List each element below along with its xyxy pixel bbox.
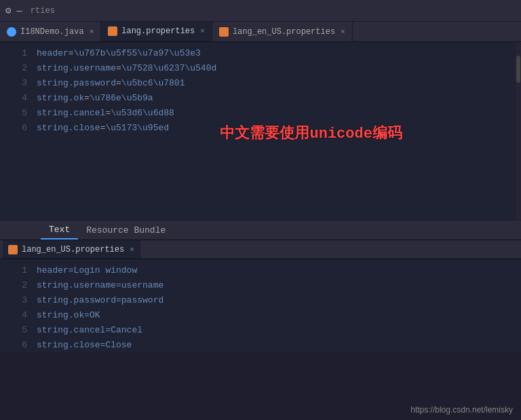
line-number: 3 bbox=[0, 76, 27, 91]
line-number: 5 bbox=[0, 106, 27, 121]
line-number: 2 bbox=[0, 61, 27, 76]
top-bar: ⚙ — rties bbox=[0, 0, 521, 22]
code-eq: = bbox=[69, 48, 74, 58]
line-number: 2 bbox=[0, 278, 27, 293]
code-eq: = bbox=[116, 78, 121, 88]
code-line-en: string.close=Close bbox=[37, 338, 521, 353]
top-editor: 123456 header=\u767b\u5f55\u7a97\u53e3st… bbox=[0, 42, 521, 220]
code-val: \u786e\u5b9a bbox=[90, 93, 153, 103]
code-line: string.ok=\u786e\u5b9a bbox=[37, 91, 516, 106]
inner-tab-label: lang_en_US.properties bbox=[22, 245, 124, 254]
tab-java[interactable]: I18NDemo.java × bbox=[0, 22, 101, 41]
watermark: https://blog.csdn.net/lemisky bbox=[410, 405, 513, 415]
tab-lang-close[interactable]: × bbox=[200, 27, 205, 35]
tab-lang-label: lang.properties bbox=[121, 26, 195, 36]
scrollbar-top[interactable] bbox=[516, 42, 521, 220]
scrollbar-thumb-top bbox=[516, 56, 520, 83]
tab-lang[interactable]: lang.properties × bbox=[101, 22, 212, 41]
inner-tab-bar: lang_en_US.properties × bbox=[0, 240, 521, 259]
code-val: \u5173\u95ed bbox=[105, 123, 169, 133]
tab-lang-en[interactable]: lang_en_US.properties × bbox=[212, 22, 353, 41]
line-numbers-bottom: 123456 bbox=[0, 259, 34, 353]
code-val: \u767b\u5f55\u7a97\u53e3 bbox=[74, 48, 201, 58]
line-number: 4 bbox=[0, 308, 27, 323]
code-key: string.password bbox=[37, 78, 116, 88]
line-number: 4 bbox=[0, 91, 27, 106]
tab-java-close[interactable]: × bbox=[90, 28, 94, 36]
line-number: 3 bbox=[0, 293, 27, 308]
tab-text[interactable]: Text bbox=[41, 221, 78, 240]
tab-resource-bundle[interactable]: Resource Bundle bbox=[78, 221, 174, 240]
code-line-en: header=Login window bbox=[37, 263, 521, 278]
bottom-editor: lang_en_US.properties × 123456 header=Lo… bbox=[0, 240, 521, 353]
code-content-bottom[interactable]: header=Login windowstring.username=usern… bbox=[34, 259, 521, 353]
code-content-top[interactable]: header=\u767b\u5f55\u7a97\u53e3string.us… bbox=[34, 42, 516, 220]
code-line-en: string.password=password bbox=[37, 293, 521, 308]
code-line: string.password=\u5bc6\u7801 bbox=[37, 76, 516, 91]
line-number: 5 bbox=[0, 323, 27, 338]
props-icon-lang bbox=[108, 26, 117, 36]
code-key: string.cancel bbox=[37, 108, 105, 118]
code-key: string.username bbox=[37, 63, 116, 73]
props-icon-lang-en bbox=[219, 27, 229, 37]
inner-tab-close[interactable]: × bbox=[130, 246, 134, 254]
line-number: 1 bbox=[0, 263, 27, 278]
code-line-en: string.cancel=Cancel bbox=[37, 323, 521, 338]
code-line: string.username=\u7528\u6237\u540d bbox=[37, 61, 516, 76]
inner-props-icon bbox=[8, 245, 18, 254]
line-number: 1 bbox=[0, 46, 27, 61]
code-line-en: string.username=username bbox=[37, 278, 521, 293]
tab-bar: I18NDemo.java × lang.properties × lang_e… bbox=[0, 22, 521, 42]
code-eq: = bbox=[84, 93, 90, 103]
tab-java-label: I18NDemo.java bbox=[20, 27, 84, 37]
code-val: \u53d6\u6d88 bbox=[111, 108, 174, 118]
line-numbers-top: 123456 bbox=[0, 42, 34, 220]
code-line: header=\u767b\u5f55\u7a97\u53e3 bbox=[37, 46, 516, 61]
tab-lang-en-label: lang_en_US.properties bbox=[233, 27, 335, 37]
tab-lang-en-close[interactable]: × bbox=[341, 28, 345, 36]
minus-icon[interactable]: — bbox=[16, 5, 22, 16]
code-val: \u7528\u6237\u540d bbox=[121, 63, 216, 73]
code-line: string.close=\u5173\u95ed bbox=[37, 121, 516, 136]
line-number: 6 bbox=[0, 121, 27, 136]
java-icon bbox=[7, 27, 16, 37]
bottom-editor-content: 123456 header=Login windowstring.usernam… bbox=[0, 259, 521, 353]
code-eq: = bbox=[116, 63, 121, 73]
code-key: string.close bbox=[37, 123, 100, 133]
bottom-tab-bar: Text Resource Bundle bbox=[0, 220, 521, 240]
settings-icon[interactable]: ⚙ bbox=[5, 5, 11, 16]
line-number: 6 bbox=[0, 338, 27, 353]
code-line: string.cancel=\u53d6\u6d88 bbox=[37, 106, 516, 121]
code-line-en: string.ok=OK bbox=[37, 308, 521, 323]
code-key: string.ok bbox=[37, 93, 84, 103]
top-bar-label: rties bbox=[31, 6, 55, 16]
code-key: header bbox=[37, 48, 69, 58]
inner-tab-lang-en[interactable]: lang_en_US.properties × bbox=[3, 240, 140, 259]
code-val: \u5bc6\u7801 bbox=[121, 78, 185, 88]
